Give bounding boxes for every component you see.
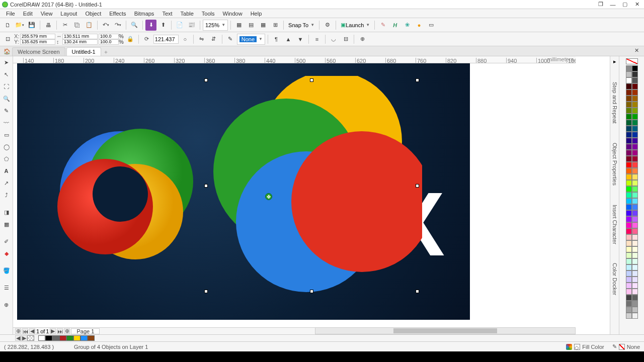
selection-handle[interactable] [204,290,208,293]
show-rulers-icon[interactable]: ▤ [246,20,257,31]
color-swatch[interactable] [626,228,632,234]
zoom-tool-icon[interactable]: 🔍 [1,94,12,104]
color-swatch[interactable] [632,83,638,89]
color-swatch[interactable] [626,168,632,174]
quick-swatch[interactable] [38,335,45,341]
show-grid-icon[interactable]: ▦ [258,20,269,31]
color-swatch[interactable] [626,307,632,313]
to-back-icon[interactable]: ▼ [295,34,306,45]
to-front-icon[interactable]: ▲ [283,34,294,45]
color-swatch[interactable] [626,216,632,222]
menu-object[interactable]: Object [81,11,105,17]
color-swatch[interactable] [626,313,632,319]
color-swatch[interactable] [632,192,638,198]
wrap-text-icon[interactable]: ¶ [271,34,282,45]
docker-color[interactable]: Color Docker [612,261,618,297]
outline-indicator[interactable]: ✎ None [612,343,640,350]
page-next-icon[interactable]: ▶ [50,328,56,334]
color-swatch[interactable] [632,277,638,283]
menu-text[interactable]: Text [158,11,176,17]
color-swatch[interactable] [632,240,638,246]
page-add-icon[interactable]: ⊕ [15,328,21,334]
menu-view[interactable]: View [37,11,57,17]
home-tab-icon[interactable]: 🏠 [2,47,12,56]
undo-icon[interactable]: ↶▾ [100,20,111,31]
publish-pdf-icon[interactable]: 📄 [174,20,185,31]
app-link3-icon[interactable]: ❀ [401,20,413,31]
color-swatch[interactable] [626,234,632,240]
color-swatch[interactable] [632,186,638,192]
launch-select[interactable]: ▣ Launch▼ [339,20,372,31]
horizontal-ruler[interactable]: millimeters 1401802002402603203603804405… [13,56,576,63]
zoom-select[interactable]: 125%▼ [203,20,228,31]
color-swatch[interactable] [632,313,638,319]
show-guidelines-icon[interactable]: ⊞ [270,20,281,31]
restore-down-icon[interactable]: ❐ [596,1,606,8]
color-swatch[interactable] [626,210,632,216]
export-icon[interactable]: ⬆ [157,20,169,31]
pos-y-input[interactable] [20,39,55,45]
mirror-v-icon[interactable]: ⇵ [208,34,219,45]
color-swatch[interactable] [632,252,638,258]
smart-fill-icon[interactable]: 🪣 [1,265,12,276]
color-swatch[interactable] [632,114,638,120]
color-swatch[interactable] [632,204,638,210]
outline-width-select[interactable]: None▼ [237,34,265,45]
quick-customize-icon[interactable]: ⊕ [1,300,12,310]
page-tab[interactable]: Page 1 [71,328,100,334]
color-swatch[interactable] [632,138,638,144]
color-swatch[interactable] [626,264,632,270]
color-swatch[interactable] [626,301,632,307]
docker-insert-char[interactable]: Insert Character [612,203,618,246]
color-swatch[interactable] [632,301,638,307]
close-tab-icon[interactable]: ✕ [631,45,642,56]
polygon-tool-icon[interactable]: ⬠ [1,154,12,164]
color-swatch[interactable] [626,186,632,192]
color-swatch[interactable] [632,246,638,252]
color-swatch[interactable] [626,89,632,96]
menu-help[interactable]: Help [247,11,266,17]
quick-swatch[interactable] [73,335,80,341]
quick-swatch[interactable] [80,335,88,341]
snap-to-select[interactable]: Snap To▼ [286,20,316,31]
fill-indicator[interactable]: ◇ Fill Color [566,344,604,350]
color-swatch[interactable] [626,132,632,138]
color-swatch[interactable] [626,180,632,186]
color-swatch[interactable] [632,270,638,277]
menu-layout[interactable]: Layout [56,11,81,17]
color-swatch[interactable] [632,216,638,222]
parallel-dimension-icon[interactable]: ↗ [1,178,12,188]
color-swatch[interactable] [626,283,632,289]
color-swatch[interactable] [626,270,632,277]
page-prev-icon[interactable]: ◀ [29,328,35,334]
menu-edit[interactable]: Edit [19,11,37,17]
color-swatch[interactable] [632,89,638,96]
freehand-tool-icon[interactable]: ✎ [1,106,12,116]
color-swatch[interactable] [626,204,632,210]
crop-tool-icon[interactable]: ⛶ [1,81,12,92]
quick-swatch[interactable] [45,335,52,341]
color-swatch[interactable] [626,192,632,198]
add-preset-icon[interactable]: ⊕ [357,34,368,45]
scale-x-input[interactable] [99,34,119,39]
horizontal-scrollbar[interactable] [315,327,576,334]
options-icon[interactable]: ⚙ [322,20,333,31]
search-icon[interactable]: 🔍 [129,20,140,31]
ungroup-icon[interactable]: ⊟ [340,34,351,45]
quick-swatch[interactable] [52,335,59,341]
drop-shadow-icon[interactable]: ◨ [1,207,12,217]
color-swatch[interactable] [632,180,638,186]
color-swatch[interactable] [632,162,638,168]
text-tool-icon[interactable]: A [1,166,12,176]
color-swatch[interactable] [632,307,638,313]
menu-window[interactable]: Window [219,11,247,17]
color-swatch[interactable] [626,295,632,301]
paste-icon[interactable]: 📋 [84,20,95,31]
color-swatch[interactable] [632,210,638,216]
cut-icon[interactable]: ✂ [59,20,70,31]
color-swatch[interactable] [632,168,638,174]
color-swatch[interactable] [626,83,632,89]
color-swatch[interactable] [626,277,632,283]
page-last-icon[interactable]: ⏭ [57,328,63,334]
docker-step-repeat[interactable]: Step and Repeat [612,80,618,126]
